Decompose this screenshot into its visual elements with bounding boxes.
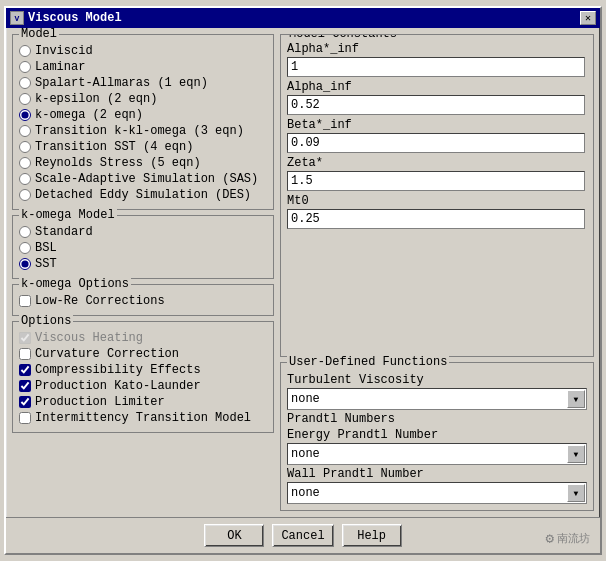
model-constants-group: Model Constants Alpha*_inf Alpha_inf Bet… <box>280 34 594 357</box>
close-button[interactable]: ✕ <box>580 11 596 25</box>
label-intermittency: Intermittency Transition Model <box>35 411 251 425</box>
dropdown-wrapper-energy-prandtl: none ▼ <box>287 443 587 465</box>
input-beta-star-inf[interactable] <box>287 133 585 153</box>
label-bsl: BSL <box>35 241 57 255</box>
ok-button[interactable]: OK <box>204 524 264 547</box>
radio-input-sas[interactable] <box>19 173 31 185</box>
label-alpha-star-inf: Alpha*_inf <box>287 42 585 56</box>
radio-input-laminar[interactable] <box>19 61 31 73</box>
label-k-epsilon: k-epsilon (2 eqn) <box>35 92 157 106</box>
label-des: Detached Eddy Simulation (DES) <box>35 188 251 202</box>
radio-input-k-epsilon[interactable] <box>19 93 31 105</box>
input-alpha-inf[interactable] <box>287 95 585 115</box>
radio-input-inviscid[interactable] <box>19 45 31 57</box>
label-reynolds: Reynolds Stress (5 eqn) <box>35 156 201 170</box>
radio-input-reynolds[interactable] <box>19 157 31 169</box>
checkbox-input-production-limiter[interactable] <box>19 396 31 408</box>
dropdown-wall-prandtl[interactable]: none <box>287 482 587 504</box>
label-turbulent-viscosity: Turbulent Viscosity <box>287 373 587 387</box>
udf-title: User-Defined Functions <box>287 355 449 369</box>
title-bar-left: V Viscous Model <box>10 11 122 25</box>
checkbox-low-re: Low-Re Corrections <box>19 293 267 309</box>
radio-input-sst[interactable] <box>19 258 31 270</box>
radio-input-des[interactable] <box>19 189 31 201</box>
options-group: Options Viscous Heating Curvature Correc… <box>12 321 274 433</box>
checkbox-input-low-re[interactable] <box>19 295 31 307</box>
radio-input-bsl[interactable] <box>19 242 31 254</box>
label-wall-prandtl: Wall Prandtl Number <box>287 467 587 481</box>
model-group-title: Model <box>19 28 59 41</box>
radio-input-spalart[interactable] <box>19 77 31 89</box>
viscous-model-window: V Viscous Model ✕ Model Inviscid Laminar <box>4 6 602 555</box>
radio-inviscid: Inviscid <box>19 43 267 59</box>
help-button[interactable]: Help <box>342 524 402 547</box>
window-icon: V <box>10 11 24 25</box>
dropdown-wrapper-turbulent: none ▼ <box>287 388 587 410</box>
checkbox-input-compressibility[interactable] <box>19 364 31 376</box>
constant-beta-star-inf: Beta*_inf <box>287 118 585 153</box>
constant-alpha-inf: Alpha_inf <box>287 80 585 115</box>
label-viscous-heating: Viscous Heating <box>35 331 143 345</box>
checkbox-production-limiter: Production Limiter <box>19 394 267 410</box>
label-alpha-inf: Alpha_inf <box>287 80 585 94</box>
constants-content[interactable]: Alpha*_inf Alpha_inf Beta*_inf Zeta* <box>287 39 587 350</box>
label-curvature: Curvature Correction <box>35 347 179 361</box>
dropdown-wrapper-wall-prandtl: none ▼ <box>287 482 587 504</box>
model-constants-title: Model Constants <box>287 34 399 41</box>
title-bar: V Viscous Model ✕ <box>6 8 600 28</box>
input-alpha-star-inf[interactable] <box>287 57 585 77</box>
label-k-omega: k-omega (2 eqn) <box>35 108 143 122</box>
watermark-text: 南流坊 <box>557 531 590 546</box>
checkbox-intermittency: Intermittency Transition Model <box>19 410 267 426</box>
checkbox-input-intermittency[interactable] <box>19 412 31 424</box>
dropdown-turbulent-viscosity[interactable]: none <box>287 388 587 410</box>
label-sst: SST <box>35 257 57 271</box>
label-prandtl-numbers: Prandtl Numbers <box>287 412 587 426</box>
constant-alpha-star-inf: Alpha*_inf <box>287 42 585 77</box>
label-production-limiter: Production Limiter <box>35 395 165 409</box>
label-spalart: Spalart-Allmaras (1 eqn) <box>35 76 208 90</box>
checkbox-input-curvature[interactable] <box>19 348 31 360</box>
udf-group: User-Defined Functions Turbulent Viscosi… <box>280 362 594 511</box>
label-standard: Standard <box>35 225 93 239</box>
radio-input-transition-kl[interactable] <box>19 125 31 137</box>
window-title: Viscous Model <box>28 11 122 25</box>
label-transition-sst: Transition SST (4 eqn) <box>35 140 193 154</box>
radio-bsl: BSL <box>19 240 267 256</box>
label-transition-kl: Transition k-kl-omega (3 eqn) <box>35 124 244 138</box>
radio-k-omega: k-omega (2 eqn) <box>19 107 267 123</box>
dropdown-energy-prandtl[interactable]: none <box>287 443 587 465</box>
model-group: Model Inviscid Laminar Spalart-Allmaras … <box>12 34 274 210</box>
label-compressibility: Compressibility Effects <box>35 363 201 377</box>
label-inviscid: Inviscid <box>35 44 93 58</box>
radio-sas: Scale-Adaptive Simulation (SAS) <box>19 171 267 187</box>
checkbox-input-viscous-heating[interactable] <box>19 332 31 344</box>
radio-k-epsilon: k-epsilon (2 eqn) <box>19 91 267 107</box>
checkbox-production-kato: Production Kato-Launder <box>19 378 267 394</box>
window-content: Model Inviscid Laminar Spalart-Allmaras … <box>6 28 600 517</box>
input-mt0[interactable] <box>287 209 585 229</box>
radio-standard: Standard <box>19 224 267 240</box>
radio-transition-kl: Transition k-kl-omega (3 eqn) <box>19 123 267 139</box>
cancel-button[interactable]: Cancel <box>272 524 333 547</box>
radio-input-k-omega[interactable] <box>19 109 31 121</box>
checkbox-input-production-kato[interactable] <box>19 380 31 392</box>
checkbox-viscous-heating: Viscous Heating <box>19 330 267 346</box>
label-laminar: Laminar <box>35 60 85 74</box>
label-zeta-star: Zeta* <box>287 156 585 170</box>
radio-input-standard[interactable] <box>19 226 31 238</box>
radio-input-transition-sst[interactable] <box>19 141 31 153</box>
radio-laminar: Laminar <box>19 59 267 75</box>
right-panel: Model Constants Alpha*_inf Alpha_inf Bet… <box>280 34 594 511</box>
input-zeta-star[interactable] <box>287 171 585 191</box>
checkbox-curvature: Curvature Correction <box>19 346 267 362</box>
k-omega-model-title: k-omega Model <box>19 208 117 222</box>
radio-sst: SST <box>19 256 267 272</box>
radio-spalart: Spalart-Allmaras (1 eqn) <box>19 75 267 91</box>
k-omega-options-group: k-omega Options Low-Re Corrections <box>12 284 274 316</box>
k-omega-model-group: k-omega Model Standard BSL SST <box>12 215 274 279</box>
checkbox-compressibility: Compressibility Effects <box>19 362 267 378</box>
label-sas: Scale-Adaptive Simulation (SAS) <box>35 172 258 186</box>
watermark-icon: ⚙ <box>546 530 554 547</box>
radio-transition-sst: Transition SST (4 eqn) <box>19 139 267 155</box>
